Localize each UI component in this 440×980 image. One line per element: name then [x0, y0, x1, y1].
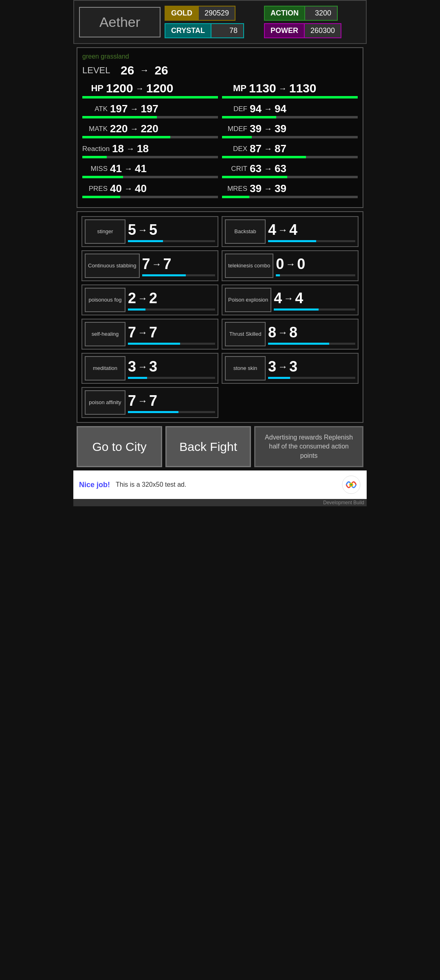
gold-label: GOLD [165, 6, 199, 21]
skill-from: 3 [268, 358, 276, 375]
skill-from: 4 [274, 290, 282, 307]
skill-values: 5 → 5 [128, 221, 215, 238]
atk-label: ATK [82, 105, 108, 113]
skill-from: 7 [128, 324, 136, 341]
mp-to: 1130 [289, 81, 317, 95]
mres-to: 39 [275, 182, 286, 195]
reaction-entry: Reaction 18 → 18 [82, 142, 218, 158]
skill-bar-container [276, 274, 355, 276]
mp-arrow: → [279, 84, 287, 93]
skill-item[interactable]: stone skin 3 → 3 [222, 353, 359, 384]
dex-to: 87 [275, 142, 286, 155]
skill-values: 7 → 7 [128, 324, 215, 341]
reaction-arrow: → [126, 144, 134, 153]
skill-item[interactable]: Backstab 4 → 4 [222, 216, 359, 247]
skill-block: 0 → 0 [276, 256, 355, 276]
skill-from: 8 [268, 324, 276, 341]
reaction-to: 18 [137, 142, 149, 155]
stats-panel: green grassland LEVEL 26 → 26 HP 1200 → … [77, 47, 363, 208]
def-label: DEF [222, 105, 247, 113]
skill-arrow: → [138, 224, 147, 236]
skill-item[interactable]: Continuous stabbing 7 → 7 [81, 250, 218, 281]
pres-entry: PRES 40 → 40 [82, 182, 218, 198]
skill-block: 3 → 3 [268, 358, 355, 379]
action-label: ACTION [264, 6, 305, 21]
level-label: LEVEL [82, 65, 115, 76]
aether-title: Aether [99, 14, 140, 30]
miss-arrow: → [124, 164, 132, 173]
skill-bar-container [128, 377, 215, 379]
mdef-to: 39 [275, 122, 286, 135]
skill-item[interactable]: poison affinity 7 → 7 [81, 387, 218, 418]
fight-label: Back Fight [179, 440, 237, 453]
dex-label: DEX [222, 145, 247, 153]
skill-item[interactable]: telekinesis combo 0 → 0 [222, 250, 359, 281]
power-value: 260300 [305, 23, 341, 38]
skill-block: 4 → 4 [268, 221, 355, 242]
skill-values: 2 → 2 [128, 290, 215, 307]
skill-to: 4 [295, 290, 303, 307]
hp-from: 1200 [106, 81, 133, 95]
skill-bar-container [268, 343, 355, 345]
skill-bar-container [268, 240, 355, 242]
skill-icon: telekinesis combo [225, 254, 273, 278]
matk-label: MATK [82, 125, 108, 133]
matk-entry: MATK 220 → 220 [82, 122, 218, 138]
crit-from: 63 [250, 162, 262, 175]
skill-block: 3 → 3 [128, 358, 215, 379]
skill-item[interactable]: poisonous fog 2 → 2 [81, 284, 218, 315]
skill-bar [128, 377, 147, 379]
skill-bar [142, 274, 186, 276]
skill-arrow: → [278, 224, 288, 236]
skill-block: 7 → 7 [128, 324, 215, 345]
matk-to: 220 [141, 122, 158, 135]
city-label: Go to City [92, 440, 146, 453]
skill-from: 7 [142, 256, 150, 273]
skill-bar-container [274, 308, 355, 311]
crit-label: CRIT [222, 165, 247, 173]
ad-banner: Nice job! This is a 320x50 test ad. [73, 470, 367, 499]
skill-item[interactable]: self-healing 7 → 7 [81, 319, 218, 350]
go-to-city-button[interactable]: Go to City [77, 426, 162, 467]
action-value: 3200 [305, 6, 338, 21]
skill-arrow: → [138, 293, 147, 304]
skill-bar-container [128, 308, 215, 311]
skill-item[interactable]: stinger 5 → 5 [81, 216, 218, 247]
resource-grid: GOLD 290529 ACTION 3200 CRYSTAL 78 POWER… [165, 6, 361, 38]
pres-to: 40 [135, 182, 147, 195]
skill-from: 7 [128, 392, 136, 409]
skill-icon: poison affinity [85, 390, 125, 415]
crystal-resource: CRYSTAL 78 [165, 23, 262, 38]
skill-arrow: → [278, 361, 288, 372]
skill-bar [268, 377, 290, 379]
skill-values: 3 → 3 [128, 358, 215, 375]
mres-label: MRES [222, 185, 247, 193]
skill-icon: stinger [85, 219, 125, 244]
skill-arrow: → [278, 327, 288, 338]
skill-item[interactable]: Thrust Skilled 8 → 8 [222, 319, 359, 350]
location-text: green grassland [82, 53, 358, 60]
advertising-rewards-button[interactable]: Advertising rewards Replenish half of th… [254, 426, 363, 467]
mp-entry: MP 1130 → 1130 [222, 81, 358, 98]
miss-label: MISS [82, 165, 108, 173]
miss-from: 41 [110, 162, 122, 175]
skill-item[interactable]: meditation 3 → 3 [81, 353, 218, 384]
skill-icon: Backstab [225, 219, 266, 244]
back-fight-button[interactable]: Back Fight [165, 426, 251, 467]
mdef-label: MDEF [222, 125, 247, 133]
reaction-from: 18 [112, 142, 124, 155]
skill-to: 3 [149, 358, 157, 375]
skill-to: 5 [149, 221, 157, 238]
skill-block: 2 → 2 [128, 290, 215, 311]
mp-from: 1130 [249, 81, 276, 95]
crystal-label: CRYSTAL [165, 23, 211, 38]
hp-col: HP 1200 → 1200 ATK 197 → 197 MATK [82, 81, 218, 202]
dex-from: 87 [250, 142, 262, 155]
atk-entry: ATK 197 → 197 [82, 103, 218, 118]
skill-block: 8 → 8 [268, 324, 355, 345]
skill-arrow: → [138, 327, 147, 338]
skill-item[interactable]: Poison explosion 4 → 4 [222, 284, 359, 315]
atk-from: 197 [110, 103, 128, 115]
level-row: LEVEL 26 → 26 [82, 63, 358, 77]
skill-icon: self-healing [85, 322, 125, 346]
